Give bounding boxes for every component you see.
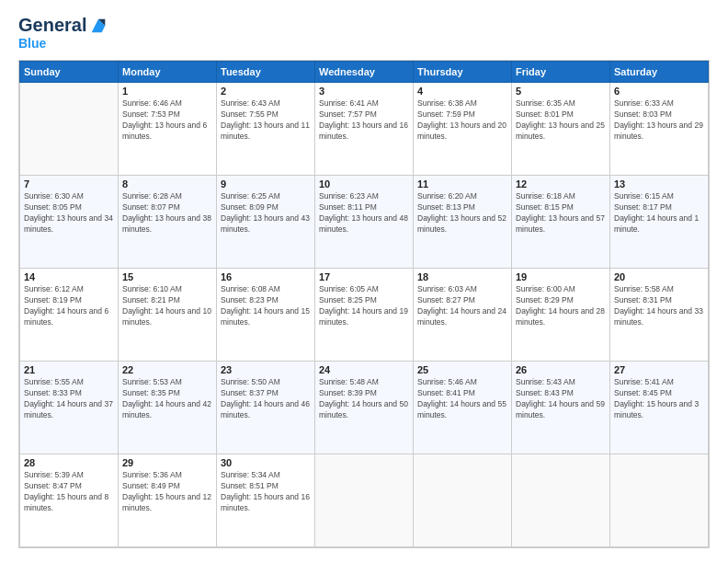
day-info: Sunrise: 6:43 AM Sunset: 7:55 PM Dayligh… [221,98,311,143]
day-info: Sunrise: 6:15 AM Sunset: 8:17 PM Dayligh… [614,191,704,236]
daylight: Daylight: 14 hours and 33 minutes. [614,306,703,327]
day-info: Sunrise: 6:08 AM Sunset: 8:23 PM Dayligh… [221,284,311,328]
day-number: 26 [516,364,606,375]
day-cell: 1 Sunrise: 6:46 AM Sunset: 7:53 PM Dayli… [119,83,217,176]
sunset: Sunset: 8:39 PM [319,388,377,397]
sunrise: Sunrise: 6:38 AM [417,98,477,108]
col-wednesday: Wednesday [315,62,414,83]
day-info: Sunrise: 6:46 AM Sunset: 7:53 PM Dayligh… [122,98,212,143]
sunrise: Sunrise: 6:35 AM [516,98,575,108]
sunrise: Sunrise: 6:10 AM [122,284,182,293]
day-number: 15 [122,271,212,282]
daylight: Daylight: 14 hours and 1 minute. [614,213,699,234]
col-friday: Friday [512,62,610,83]
day-number: 20 [614,271,704,282]
day-info: Sunrise: 6:35 AM Sunset: 8:01 PM Dayligh… [516,98,606,143]
col-tuesday: Tuesday [217,62,315,83]
day-number: 23 [221,364,311,375]
day-cell: 6 Sunrise: 6:33 AM Sunset: 8:03 PM Dayli… [610,83,709,176]
day-cell: 19 Sunrise: 6:00 AM Sunset: 8:29 PM Dayl… [512,269,610,362]
daylight: Daylight: 13 hours and 29 minutes. [614,121,703,141]
sunrise: Sunrise: 6:00 AM [516,284,575,293]
day-info: Sunrise: 5:48 AM Sunset: 8:39 PM Dayligh… [319,377,409,421]
day-cell: 16 Sunrise: 6:08 AM Sunset: 8:23 PM Dayl… [217,269,315,362]
day-info: Sunrise: 5:39 AM Sunset: 8:47 PM Dayligh… [24,470,114,514]
calendar: Sunday Monday Tuesday Wednesday Thursday… [18,60,710,548]
daylight: Daylight: 13 hours and 43 minutes. [221,213,310,234]
sunset: Sunset: 8:13 PM [417,202,475,212]
daylight: Daylight: 13 hours and 20 minutes. [417,121,506,141]
day-info: Sunrise: 6:28 AM Sunset: 8:07 PM Dayligh… [122,191,212,236]
daylight: Daylight: 15 hours and 12 minutes. [122,492,211,512]
daylight: Daylight: 15 hours and 8 minutes. [24,492,108,512]
sunset: Sunset: 8:29 PM [516,295,574,304]
sunrise: Sunrise: 6:25 AM [221,191,280,201]
day-number: 25 [417,364,507,375]
calendar-table: Sunday Monday Tuesday Wednesday Thursday… [19,61,709,547]
sunset: Sunset: 8:33 PM [24,388,82,397]
day-cell [315,454,414,547]
sunrise: Sunrise: 5:50 AM [221,377,280,386]
day-number: 11 [417,178,507,190]
day-cell: 30 Sunrise: 5:34 AM Sunset: 8:51 PM Dayl… [217,454,315,547]
day-number: 13 [614,178,704,190]
day-cell: 8 Sunrise: 6:28 AM Sunset: 8:07 PM Dayli… [119,176,217,269]
day-cell: 26 Sunrise: 5:43 AM Sunset: 8:43 PM Dayl… [512,362,610,454]
daylight: Daylight: 13 hours and 52 minutes. [417,213,506,234]
day-number: 17 [319,271,409,282]
day-info: Sunrise: 6:05 AM Sunset: 8:25 PM Dayligh… [319,284,409,328]
sunrise: Sunrise: 5:43 AM [516,377,575,386]
day-number: 8 [122,178,212,190]
day-number: 14 [24,271,114,282]
day-info: Sunrise: 6:30 AM Sunset: 8:05 PM Dayligh… [24,191,114,236]
day-cell: 3 Sunrise: 6:41 AM Sunset: 7:57 PM Dayli… [315,83,414,176]
day-cell [610,454,709,547]
day-number: 18 [417,271,507,282]
daylight: Daylight: 13 hours and 38 minutes. [122,213,211,234]
sunset: Sunset: 8:41 PM [417,388,475,397]
sunset: Sunset: 8:07 PM [122,202,180,212]
sunrise: Sunrise: 5:36 AM [122,470,182,479]
col-thursday: Thursday [414,62,512,83]
day-number: 30 [221,457,311,468]
day-info: Sunrise: 6:38 AM Sunset: 7:59 PM Dayligh… [417,98,507,143]
col-saturday: Saturday [610,62,709,83]
sunset: Sunset: 8:19 PM [24,295,82,304]
day-number: 6 [614,86,704,97]
week-row-4: 21 Sunrise: 5:55 AM Sunset: 8:33 PM Dayl… [20,362,709,454]
day-cell: 27 Sunrise: 5:41 AM Sunset: 8:45 PM Dayl… [610,362,709,454]
day-number: 7 [24,178,114,190]
header: General Blue [18,15,710,51]
day-info: Sunrise: 6:33 AM Sunset: 8:03 PM Dayligh… [614,98,704,143]
day-cell: 22 Sunrise: 5:53 AM Sunset: 8:35 PM Dayl… [119,362,217,454]
day-info: Sunrise: 6:41 AM Sunset: 7:57 PM Dayligh… [319,98,409,143]
daylight: Daylight: 14 hours and 15 minutes. [221,306,310,327]
page: General Blue Sunday Monday Tuesday Wedne… [0,0,728,563]
sunset: Sunset: 8:25 PM [319,295,377,304]
day-cell: 23 Sunrise: 5:50 AM Sunset: 8:37 PM Dayl… [217,362,315,454]
day-cell: 18 Sunrise: 6:03 AM Sunset: 8:27 PM Dayl… [414,269,512,362]
day-info: Sunrise: 5:36 AM Sunset: 8:49 PM Dayligh… [122,470,212,514]
col-monday: Monday [119,62,217,83]
day-number: 27 [614,364,704,375]
sunrise: Sunrise: 5:48 AM [319,377,379,386]
day-cell: 12 Sunrise: 6:18 AM Sunset: 8:15 PM Dayl… [512,176,610,269]
day-info: Sunrise: 6:12 AM Sunset: 8:19 PM Dayligh… [24,284,114,328]
sunset: Sunset: 8:37 PM [221,388,279,397]
col-sunday: Sunday [20,62,119,83]
sunset: Sunset: 8:31 PM [614,295,672,304]
daylight: Daylight: 14 hours and 59 minutes. [516,399,605,419]
day-cell: 20 Sunrise: 5:58 AM Sunset: 8:31 PM Dayl… [610,269,709,362]
sunset: Sunset: 7:57 PM [319,109,377,119]
day-number: 2 [221,86,311,97]
daylight: Daylight: 13 hours and 57 minutes. [516,213,605,234]
sunset: Sunset: 8:03 PM [614,109,672,119]
week-row-2: 7 Sunrise: 6:30 AM Sunset: 8:05 PM Dayli… [20,176,709,269]
daylight: Daylight: 14 hours and 46 minutes. [221,399,310,419]
daylight: Daylight: 14 hours and 6 minutes. [24,306,108,327]
day-cell: 2 Sunrise: 6:43 AM Sunset: 7:55 PM Dayli… [217,83,315,176]
day-cell: 17 Sunrise: 6:05 AM Sunset: 8:25 PM Dayl… [315,269,414,362]
logo: General Blue [18,15,108,51]
sunrise: Sunrise: 5:55 AM [24,377,84,386]
sunset: Sunset: 8:09 PM [221,202,279,212]
